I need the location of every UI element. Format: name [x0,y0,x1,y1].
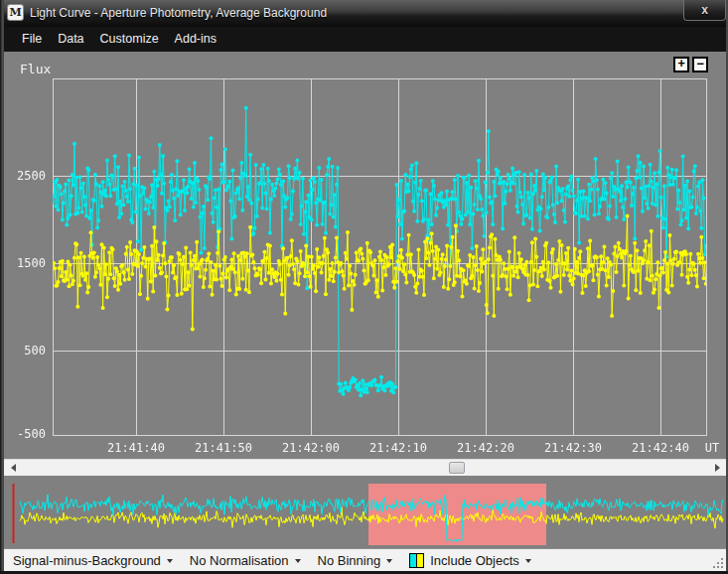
overview-plot[interactable] [0,476,728,548]
y-tick-label: 1500 [0,256,46,270]
x-tick-label: 21:42:00 [271,441,351,455]
y-tick-label: 2500 [0,169,46,183]
menu-item-data[interactable]: Data [50,27,91,52]
menu-item-customize[interactable]: Customize [92,27,167,52]
menu-item-addins[interactable]: Add-ins [167,27,224,52]
include-objects-label: Include Objects [430,553,519,568]
app-icon: M [7,4,24,21]
resize-grip[interactable] [711,556,723,568]
x-tick-label: 21:42:30 [533,441,613,455]
normalisation-dropdown[interactable]: No Normalisation [190,553,301,568]
x-tick-label: 21:41:50 [184,441,263,455]
h-scrollbar[interactable] [4,459,726,476]
x-tick-label: 21:41:40 [96,441,176,455]
scroll-right-arrow-icon[interactable] [715,464,720,472]
close-icon: x [701,3,708,17]
x-tick-label: 21:42:20 [446,441,525,455]
y-tick-label: -500 [0,427,46,441]
app-window: M Light Curve - Aperture Photometry, Ave… [0,0,728,574]
tangra-logo-icon: M [9,6,21,19]
window-frame-left [0,0,4,574]
normalisation-label: No Normalisation [190,553,289,568]
x-tick-label: 21:42:40 [621,441,700,455]
scroll-left-arrow-icon[interactable] [11,464,16,472]
include-objects-dropdown[interactable]: Include Objects [409,553,531,568]
menu-item-file[interactable]: File [14,27,50,52]
zoom-in-button[interactable]: + [673,57,689,72]
binning-dropdown[interactable]: No Binning [318,553,393,568]
zoom-out-button[interactable]: − [692,57,708,72]
chevron-down-icon [525,559,531,563]
y-axis-title: Flux [20,62,51,76]
title-bar: M Light Curve - Aperture Photometry, Ave… [0,0,728,27]
main-chart-area: Flux 2500 1500 500 -500 21:41:40 21:41:5… [0,52,728,459]
x-axis-unit-label: UT [695,441,728,455]
status-bar: Signal-minus-Background No Normalisation… [4,548,726,571]
reduction-mode-label: Signal-minus-Background [13,553,161,568]
window-title: Light Curve - Aperture Photometry, Avera… [30,0,327,27]
light-curve-plot[interactable] [0,52,728,459]
x-tick-label: 21:42:10 [359,441,438,455]
binning-label: No Binning [318,553,381,568]
chevron-down-icon [386,559,392,563]
reduction-mode-dropdown[interactable]: Signal-minus-Background [13,553,173,568]
scrollbar-thumb[interactable] [449,462,465,474]
menu-bar: File Data Customize Add-ins [0,27,728,52]
chevron-down-icon [167,559,173,563]
overview-panel [0,476,728,548]
y-tick-label: 500 [0,344,46,358]
close-button[interactable]: x [683,0,726,21]
object-colors-icon [409,553,424,568]
chevron-down-icon [295,559,301,563]
